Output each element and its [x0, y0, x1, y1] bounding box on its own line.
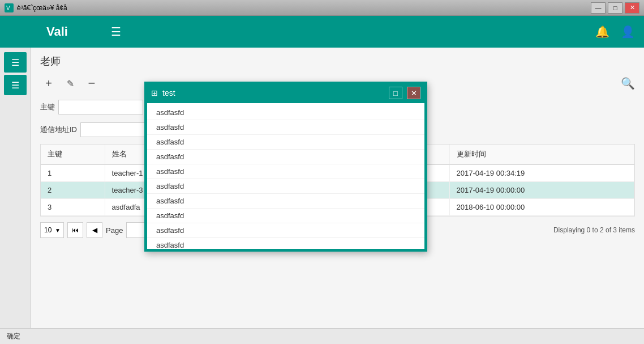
sidebar-icon-2: ☰ [11, 80, 19, 91]
modal-titlebar: ⊞ test □ ✕ [145, 83, 426, 103]
sidebar-item-2[interactable]: ☰ [4, 75, 27, 95]
cell-id: 2 [41, 182, 105, 199]
bell-icon[interactable]: 🔔 [595, 25, 609, 39]
prev-page-button[interactable]: ◀ [87, 222, 102, 238]
cell-updated-at: 2017-04-19 00:00:00 [449, 182, 634, 199]
search-icon[interactable]: 🔍 [621, 77, 635, 90]
modal-title-text: test [162, 88, 384, 97]
delete-button[interactable]: − [83, 75, 100, 92]
modal-list-item[interactable]: asdfasfd [147, 105, 424, 120]
close-button[interactable]: ✕ [625, 2, 639, 14]
page-size-wrapper: 10 25 50 ▼ [40, 222, 64, 238]
modal-list-item[interactable]: asdfasfd [147, 238, 424, 249]
modal-window[interactable]: ⊞ test □ ✕ asdfasfdasdfasfdasdfasfdasdfa… [144, 82, 427, 252]
modal-list-item[interactable]: asdfasfd [147, 120, 424, 135]
modal-list-item[interactable]: asdfasfd [147, 209, 424, 223]
content-area: 老师 + ✎ − 🔍 主键 出生日 📅 [31, 48, 644, 328]
page-title: 老师 [40, 54, 635, 68]
window-controls: — □ ✕ [591, 2, 639, 14]
cell-updated-at: 2017-04-19 00:34:19 [449, 164, 634, 182]
sidebar: ☰ ☰ [0, 48, 31, 328]
footer-text: 确定 [7, 332, 20, 341]
sidebar-item-1[interactable]: ☰ [4, 52, 27, 73]
minimize-button[interactable]: — [591, 2, 606, 14]
edit-button[interactable]: ✎ [62, 75, 79, 92]
svg-text:V: V [6, 5, 10, 11]
top-nav: Vali ☰ 🔔 👤 [0, 16, 644, 48]
cell-updated-at: 2018-06-10 00:00:00 [449, 199, 634, 216]
contact-id-label: 通信地址ID [40, 125, 77, 135]
page-label: Page [106, 226, 123, 235]
pagination-info: Displaying 0 to 2 of 3 items [553, 226, 635, 234]
hamburger-icon[interactable]: ☰ [111, 25, 121, 39]
app-container: Vali ☰ 🔔 👤 ☰ ☰ 老师 + ✎ − 🔍 [0, 16, 644, 344]
modal-content[interactable]: asdfasfdasdfasfdasdfasfdasdfasfdasdfasfd… [145, 103, 426, 249]
footer: 确定 [0, 328, 644, 344]
primary-key-label: 主键 [40, 102, 55, 112]
modal-close-button[interactable]: ✕ [407, 87, 420, 99]
modal-maximize-button[interactable]: □ [389, 87, 402, 99]
app-icon: V [5, 3, 14, 12]
nav-brand: Vali [9, 24, 105, 39]
modal-list-item[interactable]: asdfasfd [147, 223, 424, 238]
cell-id: 3 [41, 199, 105, 216]
user-icon[interactable]: 👤 [621, 25, 635, 39]
modal-list-item[interactable]: asdfasfd [147, 150, 424, 164]
modal-list-item[interactable]: asdfasfd [147, 179, 424, 194]
title-bar-text: è³ã€ˆçœä»¥ å¢å [17, 4, 591, 12]
modal-list-item[interactable]: asdfasfd [147, 164, 424, 179]
modal-bottom-border [145, 249, 426, 250]
main-body: ☰ ☰ 老师 + ✎ − 🔍 主键 [0, 48, 644, 328]
cell-id: 1 [41, 164, 105, 182]
nav-right: 🔔 👤 [595, 25, 635, 39]
col-header-updated-at: 更新时间 [449, 145, 634, 164]
col-header-id: 主键 [41, 145, 105, 164]
sidebar-icon-1: ☰ [11, 57, 19, 68]
first-page-button[interactable]: ⏮ [67, 222, 83, 238]
modal-list-item[interactable]: asdfasfd [147, 135, 424, 150]
modal-title-icon: ⊞ [151, 88, 158, 97]
modal-list-item[interactable]: asdfasfd [147, 194, 424, 209]
add-button[interactable]: + [40, 75, 57, 92]
maximize-button[interactable]: □ [608, 2, 622, 14]
title-bar: V è³ã€ˆçœä»¥ å¢å — □ ✕ [0, 0, 644, 16]
page-size-select[interactable]: 10 25 50 [40, 222, 64, 238]
primary-key-input[interactable] [58, 100, 143, 114]
